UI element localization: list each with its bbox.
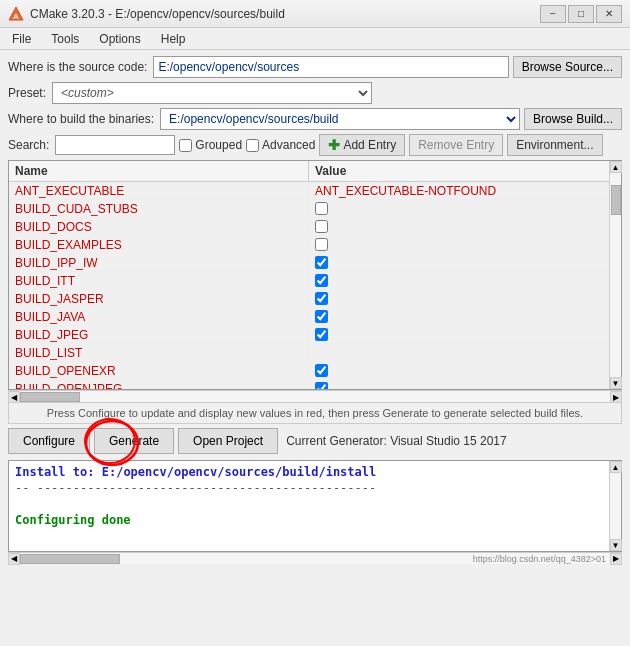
remove-entry-button[interactable]: Remove Entry — [409, 134, 503, 156]
table-scroll-area[interactable]: Name Value ANT_EXECUTABLE ANT_EXECUTABLE… — [9, 161, 609, 389]
source-label: Where is the source code: — [8, 60, 147, 74]
cell-name: BUILD_DOCS — [9, 219, 309, 235]
generator-label: Current Generator: Visual Studio 15 2017 — [286, 434, 507, 448]
log-text: Install to: — [15, 465, 102, 479]
configure-button[interactable]: Configure — [8, 428, 90, 454]
row-checkbox[interactable] — [315, 274, 328, 287]
table-row[interactable]: BUILD_EXAMPLES — [9, 236, 609, 254]
cell-value[interactable] — [309, 363, 334, 378]
table-hscrollbar[interactable]: ◀ ▶ — [8, 390, 622, 402]
generate-button[interactable]: Generate — [94, 428, 174, 454]
log-container: Install to: E:/opencv/opencv/sources/bui… — [8, 460, 622, 552]
cell-value[interactable] — [309, 291, 334, 306]
table-row[interactable]: BUILD_JAVA — [9, 308, 609, 326]
table-row[interactable]: BUILD_LIST — [9, 344, 609, 362]
row-checkbox[interactable] — [315, 328, 328, 341]
cell-value[interactable] — [309, 219, 334, 234]
log-scroll-left[interactable]: ◀ — [8, 553, 20, 565]
browse-source-button[interactable]: Browse Source... — [513, 56, 622, 78]
source-input[interactable] — [153, 56, 508, 78]
grouped-checkbox-label[interactable]: Grouped — [179, 138, 242, 152]
row-checkbox[interactable] — [315, 220, 328, 233]
table-row[interactable]: BUILD_CUDA_STUBS — [9, 200, 609, 218]
close-button[interactable]: ✕ — [596, 5, 622, 23]
cell-name: ANT_EXECUTABLE — [9, 183, 309, 199]
table-row[interactable]: BUILD_JPEG — [9, 326, 609, 344]
log-line — [15, 529, 603, 543]
window-title: CMake 3.20.3 - E:/opencv/opencv/sources/… — [30, 7, 540, 21]
preset-select[interactable]: <custom> — [52, 82, 372, 104]
table-header: Name Value — [9, 161, 609, 182]
log-scroll-up[interactable]: ▲ — [610, 461, 622, 473]
row-checkbox[interactable] — [315, 382, 328, 389]
cell-name: BUILD_JAVA — [9, 309, 309, 325]
table-row[interactable]: BUILD_DOCS — [9, 218, 609, 236]
log-line — [15, 497, 603, 511]
action-button-row: Configure Generate Open Project Current … — [8, 428, 622, 454]
cell-value[interactable] — [309, 327, 334, 342]
menu-tools[interactable]: Tools — [43, 30, 87, 48]
build-select[interactable]: E:/opencv/opencv/sources/build — [160, 108, 520, 130]
open-project-button[interactable]: Open Project — [178, 428, 278, 454]
table-row[interactable]: BUILD_OPENJPEG — [9, 380, 609, 389]
cell-value[interactable] — [309, 237, 334, 252]
environment-button[interactable]: Environment... — [507, 134, 602, 156]
entries-table-container: Name Value ANT_EXECUTABLE ANT_EXECUTABLE… — [8, 160, 622, 390]
source-row: Where is the source code: Browse Source.… — [8, 56, 622, 78]
cell-name: BUILD_LIST — [9, 345, 309, 361]
scroll-right-arrow[interactable]: ▶ — [610, 391, 622, 403]
scroll-left-arrow[interactable]: ◀ — [8, 391, 20, 403]
log-vscrollbar[interactable]: ▲ ▼ — [609, 461, 621, 551]
advanced-checkbox[interactable] — [246, 139, 259, 152]
cell-value[interactable] — [309, 381, 334, 389]
menu-file[interactable]: File — [4, 30, 39, 48]
log-hscrollbar-thumb[interactable] — [20, 554, 120, 564]
row-checkbox[interactable] — [315, 202, 328, 215]
table-vscrollbar[interactable]: ▲ ▼ — [609, 161, 621, 389]
menu-options[interactable]: Options — [91, 30, 148, 48]
status-bar: Press Configure to update and display ne… — [8, 402, 622, 424]
build-row: Where to build the binaries: E:/opencv/o… — [8, 108, 622, 130]
log-hscrollbar[interactable]: ◀ https://blog.csdn.net/qq_4382>01 ▶ — [8, 552, 622, 564]
cell-value[interactable] — [309, 255, 334, 270]
table-row[interactable]: BUILD_OPENEXR — [9, 362, 609, 380]
scrollbar-thumb[interactable] — [611, 185, 621, 215]
table-row[interactable]: ANT_EXECUTABLE ANT_EXECUTABLE-NOTFOUND — [9, 182, 609, 200]
preset-label: Preset: — [8, 86, 46, 100]
minimize-button[interactable]: − — [540, 5, 566, 23]
browse-build-button[interactable]: Browse Build... — [524, 108, 622, 130]
preset-row: Preset: <custom> — [8, 82, 622, 104]
row-checkbox[interactable] — [315, 310, 328, 323]
svg-text:A: A — [13, 12, 19, 21]
row-checkbox[interactable] — [315, 238, 328, 251]
table-row[interactable]: BUILD_IPP_IW — [9, 254, 609, 272]
cell-value[interactable] — [309, 309, 334, 324]
cell-value[interactable] — [309, 273, 334, 288]
scroll-down-arrow[interactable]: ▼ — [610, 377, 622, 389]
advanced-checkbox-label[interactable]: Advanced — [246, 138, 315, 152]
name-column-header: Name — [9, 161, 309, 181]
cell-name: BUILD_OPENJPEG — [9, 381, 309, 390]
value-column-header: Value — [309, 161, 609, 181]
log-scroll-down[interactable]: ▼ — [610, 539, 622, 551]
log-scroll-area[interactable]: Install to: E:/opencv/opencv/sources/bui… — [9, 461, 609, 551]
row-checkbox[interactable] — [315, 256, 328, 269]
row-checkbox[interactable] — [315, 364, 328, 377]
add-entry-button[interactable]: ✚ Add Entry — [319, 134, 405, 156]
log-scroll-right[interactable]: ▶ — [610, 553, 622, 565]
menu-help[interactable]: Help — [153, 30, 194, 48]
search-toolbar: Search: Grouped Advanced ✚ Add Entry Rem… — [8, 134, 622, 156]
cell-value: ANT_EXECUTABLE-NOTFOUND — [309, 183, 609, 199]
log-text: E:/opencv/opencv/sources/build/install — [102, 465, 377, 479]
table-row[interactable]: BUILD_JASPER — [9, 290, 609, 308]
cell-value[interactable] — [309, 201, 334, 216]
status-message: Press Configure to update and display ne… — [47, 407, 583, 419]
row-checkbox[interactable] — [315, 292, 328, 305]
grouped-checkbox[interactable] — [179, 139, 192, 152]
scroll-up-arrow[interactable]: ▲ — [610, 161, 622, 173]
build-label: Where to build the binaries: — [8, 112, 154, 126]
maximize-button[interactable]: □ — [568, 5, 594, 23]
table-row[interactable]: BUILD_ITT — [9, 272, 609, 290]
search-input[interactable] — [55, 135, 175, 155]
hscrollbar-thumb[interactable] — [20, 392, 80, 402]
